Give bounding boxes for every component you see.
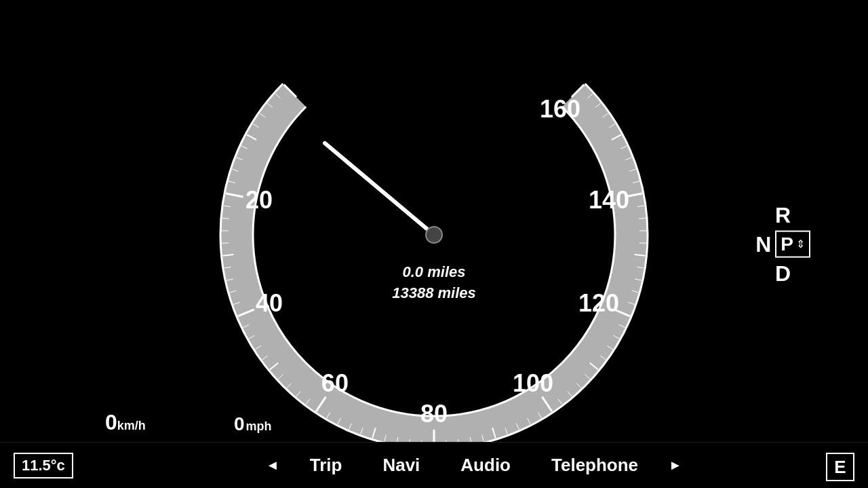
gear-r: R [755,202,810,227]
gear-n: N [755,231,771,257]
nav-items: ◄ Trip Navi Audio Telephone ► [94,455,854,476]
speed-kmh-display: 0km/h [105,410,146,435]
svg-line-89 [325,143,434,235]
e-label: E [834,457,846,478]
e-indicator: E [826,453,854,481]
nav-audio[interactable]: Audio [440,455,531,476]
kmh-unit: km/h [117,419,146,432]
svg-text:160: 160 [540,94,580,122]
bottom-bar: 11.5°c ◄ Trip Navi Audio Telephone ► [0,442,868,488]
gear-indicator: R N P ⇕ D [755,202,810,286]
speedometer: 20406080100120140160 [197,0,671,472]
gear-p: P [781,233,793,255]
nav-navi[interactable]: Navi [362,455,440,476]
gear-arrows: ⇕ [796,238,805,250]
temperature-display: 11.5°c [14,453,73,478]
trip-line2: 13388 miles [392,283,476,304]
gear-d: D [755,261,810,286]
svg-text:100: 100 [513,369,553,397]
mph-value: 0 [234,413,245,434]
center-info: 0.0 miles 13388 miles [392,262,476,304]
svg-text:40: 40 [256,289,283,317]
trip-line1: 0.0 miles [392,262,476,283]
svg-text:120: 120 [578,289,619,317]
speed-mph-display: 0mph [234,413,272,435]
gauge-svg: 20406080100120140160 [197,0,671,472]
nav-telephone[interactable]: Telephone [531,455,658,476]
svg-text:140: 140 [589,186,629,214]
gear-p-box: P ⇕ [775,231,810,258]
svg-text:60: 60 [321,369,349,397]
nav-trip[interactable]: Trip [290,455,363,476]
nav-prev-arrow[interactable]: ◄ [256,457,290,473]
svg-text:20: 20 [245,186,273,214]
svg-text:80: 80 [420,399,448,427]
kmh-value: 0 [105,410,117,434]
svg-point-90 [426,227,442,243]
mph-unit: mph [246,419,272,433]
nav-next-arrow[interactable]: ► [658,457,692,473]
